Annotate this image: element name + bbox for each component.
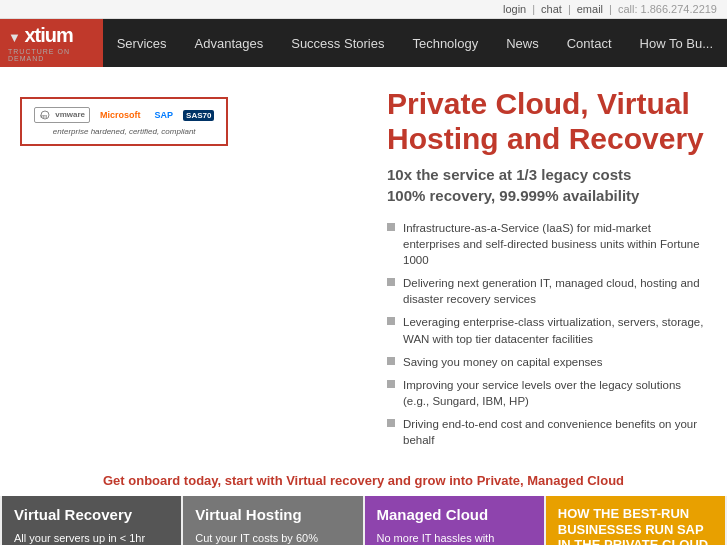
chat-link[interactable]: chat — [541, 3, 562, 15]
bullet-item-0: Infrastructure-as-a-Service (IaaS) for m… — [387, 220, 707, 268]
vmware-badge: vm vmware — [34, 107, 90, 123]
sep1: | — [532, 3, 535, 15]
nav-item-contact[interactable]: Contact — [553, 19, 626, 67]
bullet-text-3: Saving you money on capital expenses — [403, 354, 602, 370]
logo-sub: TRUCTURE ON DEMAND — [8, 48, 95, 62]
card-managed-cloud-title: Managed Cloud — [377, 506, 532, 524]
bullet-text-2: Leveraging enterprise-class virtualizati… — [403, 314, 707, 346]
bullet-icon-3 — [387, 357, 395, 365]
bullet-text-1: Delivering next generation IT, managed c… — [403, 275, 707, 307]
card-virtual-recovery-body: All your servers up in < 1hr Virtual HA/… — [14, 530, 169, 545]
nav-item-technology[interactable]: Technology — [398, 19, 492, 67]
certification-badges: vm vmware Microsoft SAP SAS70 enterprise… — [20, 97, 228, 146]
card-sap-promo: HOW THE BEST-RUN BUSINESSES RUN SAP IN T… — [546, 496, 725, 545]
bullet-item-3: Saving you money on capital expenses — [387, 354, 707, 370]
hero-subtitle: 10x the service at 1/3 legacy costs 100%… — [387, 164, 707, 206]
bullet-item-2: Leveraging enterprise-class virtualizati… — [387, 314, 707, 346]
bullet-icon-4 — [387, 380, 395, 388]
hero-left: vm vmware Microsoft SAP SAS70 enterprise… — [20, 87, 367, 455]
bullet-text-0: Infrastructure-as-a-Service (IaaS) for m… — [403, 220, 707, 268]
cta-strip: Get onboard today, start with Virtual re… — [0, 465, 727, 496]
bullet-icon-0 — [387, 223, 395, 231]
card-virtual-hosting-title: Virtual Hosting — [195, 506, 350, 524]
hero-section: vm vmware Microsoft SAP SAS70 enterprise… — [0, 67, 727, 465]
cta-text: Get onboard today, start with Virtual re… — [103, 473, 624, 488]
card-virtual-recovery-title: Virtual Recovery — [14, 506, 169, 524]
bullet-item-5: Driving end-to-end cost and convenience … — [387, 416, 707, 448]
bullet-item-1: Delivering next generation IT, managed c… — [387, 275, 707, 307]
card-virtual-hosting: Virtual Hosting Cut your IT costs by 60%… — [183, 496, 362, 545]
bullet-icon-5 — [387, 419, 395, 427]
bullet-item-4: Improving your service levels over the l… — [387, 377, 707, 409]
card-managed-cloud-body: No more IT hassles with patches, tapes, … — [377, 530, 532, 545]
badge-subtitle: enterprise hardened, certified, complian… — [53, 127, 196, 136]
nav-item-success-stories[interactable]: Success Stories — [277, 19, 398, 67]
logo-text: ▼ xtium — [8, 24, 95, 47]
nav-item-news[interactable]: News — [492, 19, 553, 67]
sep3: | — [609, 3, 612, 15]
bullet-text-4: Improving your service levels over the l… — [403, 377, 707, 409]
bullet-icon-1 — [387, 278, 395, 286]
cards-section: Virtual Recovery All your servers up in … — [0, 496, 727, 545]
phone-number: call: 1.866.274.2219 — [618, 3, 717, 15]
svg-text:vm: vm — [40, 113, 48, 119]
card-sap-title: HOW THE BEST-RUN BUSINESSES RUN SAP IN T… — [558, 506, 713, 545]
sep2: | — [568, 3, 571, 15]
top-bar: login | chat | email | call: 1.866.274.2… — [0, 0, 727, 19]
hero-right: Private Cloud, Virtual Hosting and Recov… — [387, 87, 707, 455]
nav-item-how-to-buy[interactable]: How To Bu... — [626, 19, 727, 67]
nav-item-services[interactable]: Services — [103, 19, 181, 67]
main-nav: ▼ xtium TRUCTURE ON DEMAND Services Adva… — [0, 19, 727, 67]
bullet-text-5: Driving end-to-end cost and convenience … — [403, 416, 707, 448]
bullet-icon-2 — [387, 317, 395, 325]
card-virtual-recovery: Virtual Recovery All your servers up in … — [2, 496, 181, 545]
card-managed-cloud: Managed Cloud No more IT hassles with pa… — [365, 496, 544, 545]
email-link[interactable]: email — [577, 3, 603, 15]
nav-items: Services Advantages Success Stories Tech… — [103, 19, 727, 67]
sap-badge: SAP — [151, 108, 178, 122]
login-link[interactable]: login — [503, 3, 526, 15]
nav-item-advantages[interactable]: Advantages — [181, 19, 278, 67]
sas-badge: SAS70 — [183, 110, 214, 121]
badge-logos: vm vmware Microsoft SAP SAS70 — [34, 107, 214, 123]
microsoft-badge: Microsoft — [96, 108, 145, 122]
card-virtual-hosting-body: Cut your IT costs by 60% Use Virtual Pri… — [195, 530, 350, 545]
hero-title: Private Cloud, Virtual Hosting and Recov… — [387, 87, 707, 156]
logo[interactable]: ▼ xtium TRUCTURE ON DEMAND — [0, 19, 103, 67]
bullet-list: Infrastructure-as-a-Service (IaaS) for m… — [387, 220, 707, 448]
